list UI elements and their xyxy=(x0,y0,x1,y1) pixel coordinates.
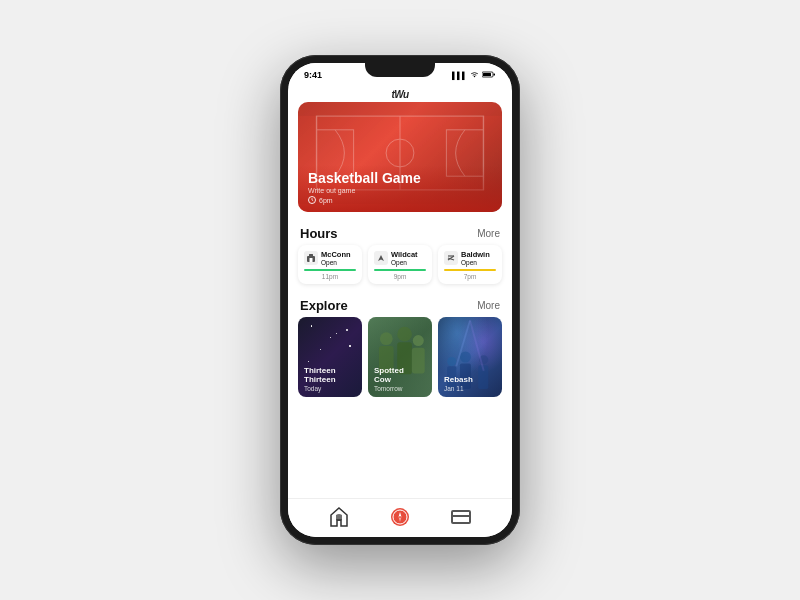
svg-rect-8 xyxy=(298,102,502,116)
explore-more[interactable]: More xyxy=(477,300,500,311)
svg-point-19 xyxy=(397,327,412,342)
signal-icon: ▌▌▌ xyxy=(452,72,467,79)
hero-card[interactable]: Basketball Game Write out game 6pm xyxy=(298,102,502,212)
spotted-cow-date: Tomorrow xyxy=(374,385,426,392)
explore-row: ThirteenThirteen Today xyxy=(288,317,512,405)
phone-screen: 9:41 ▌▌▌ xyxy=(288,63,512,537)
hours-section-header: Hours More xyxy=(288,220,512,245)
hero-overlay: Basketball Game Write out game 6pm xyxy=(298,165,502,212)
bottom-nav xyxy=(288,498,512,537)
wildcat-info: Wildcat Open xyxy=(391,250,418,266)
hours-row: McConn Open 11pm xyxy=(288,245,512,292)
svg-rect-1 xyxy=(494,74,496,76)
mcconn-status: Open xyxy=(321,259,351,266)
baldwin-header: Baldwin Open xyxy=(444,250,496,266)
svg-rect-14 xyxy=(310,258,313,262)
svg-marker-32 xyxy=(398,517,401,522)
app-logo: tWu xyxy=(288,85,512,102)
baldwin-bar xyxy=(444,269,496,271)
svg-point-25 xyxy=(460,352,471,363)
spotted-cow-name: SpottedCow xyxy=(374,366,426,384)
baldwin-info: Baldwin Open xyxy=(461,250,490,266)
thirteen-date: Today xyxy=(304,385,356,392)
svg-rect-13 xyxy=(309,254,313,257)
clock-icon xyxy=(308,196,316,204)
hours-card-baldwin[interactable]: Baldwin Open 7pm xyxy=(438,245,502,284)
spotted-cow-text: SpottedCow Tomorrow xyxy=(368,362,432,397)
svg-point-18 xyxy=(380,332,393,345)
wildcat-status: Open xyxy=(391,259,418,266)
hero-subtitle: Write out game xyxy=(308,187,492,194)
mcconn-icon xyxy=(304,251,318,265)
wildcat-header: Wildcat Open xyxy=(374,250,426,266)
wildcat-icon xyxy=(374,251,388,265)
hero-time-text: 6pm xyxy=(319,197,333,204)
explore-card-thirteen[interactable]: ThirteenThirteen Today xyxy=(298,317,362,397)
rebash-text: Rebash Jan 11 xyxy=(438,371,502,397)
wildcat-bar xyxy=(374,269,426,271)
explore-card-rebash[interactable]: Rebash Jan 11 xyxy=(438,317,502,397)
svg-point-20 xyxy=(413,335,424,346)
rebash-name: Rebash xyxy=(444,375,496,384)
mcconn-time: 11pm xyxy=(304,273,356,280)
svg-line-11 xyxy=(312,200,313,201)
notch xyxy=(365,63,435,77)
baldwin-name: Baldwin xyxy=(461,250,490,259)
hours-card-mcconn[interactable]: McConn Open 11pm xyxy=(298,245,362,284)
status-icons: ▌▌▌ xyxy=(452,71,496,79)
nav-wallet[interactable] xyxy=(449,505,473,529)
explore-title: Explore xyxy=(300,298,348,313)
mcconn-info: McConn Open xyxy=(321,250,351,266)
mcconn-header: McConn Open xyxy=(304,250,356,266)
explore-section-header: Explore More xyxy=(288,292,512,317)
wildcat-time: 9pm xyxy=(374,273,426,280)
wildcat-name: Wildcat xyxy=(391,250,418,259)
wifi-icon xyxy=(470,71,479,79)
thirteen-text: ThirteenThirteen Today xyxy=(298,362,362,397)
hero-title: Basketball Game xyxy=(308,171,492,186)
baldwin-status: Open xyxy=(461,259,490,266)
mcconn-bar xyxy=(304,269,356,271)
svg-rect-2 xyxy=(483,73,491,76)
card-icon xyxy=(451,510,471,524)
status-time: 9:41 xyxy=(304,70,322,80)
compass-icon xyxy=(391,508,409,526)
nav-home[interactable] xyxy=(327,505,351,529)
svg-point-24 xyxy=(447,357,456,366)
rebash-date: Jan 11 xyxy=(444,385,496,392)
baldwin-icon xyxy=(444,251,458,265)
battery-icon xyxy=(482,71,496,79)
svg-marker-31 xyxy=(398,512,401,517)
nav-explore[interactable] xyxy=(388,505,412,529)
explore-card-spotted-cow[interactable]: SpottedCow Tomorrow xyxy=(368,317,432,397)
thirteen-name: ThirteenThirteen xyxy=(304,366,356,384)
phone-shell: 9:41 ▌▌▌ xyxy=(280,55,520,545)
mcconn-name: McConn xyxy=(321,250,351,259)
hours-card-wildcat[interactable]: Wildcat Open 9pm xyxy=(368,245,432,284)
hero-time: 6pm xyxy=(308,196,492,204)
app-content[interactable]: tWu xyxy=(288,85,512,498)
hours-title: Hours xyxy=(300,226,338,241)
baldwin-time: 7pm xyxy=(444,273,496,280)
hours-more[interactable]: More xyxy=(477,228,500,239)
